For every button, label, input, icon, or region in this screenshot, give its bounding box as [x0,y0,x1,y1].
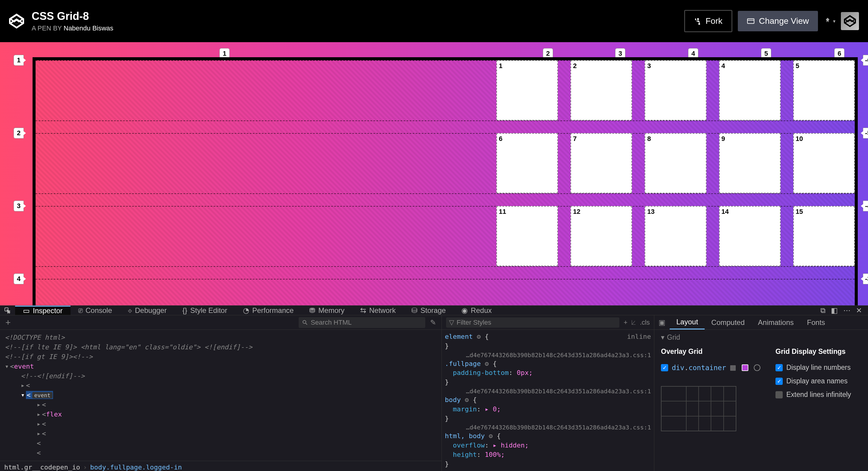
logo-area: CSS Grid-8 A PEN BY Nabendu Biswas [9,10,113,32]
codepen-avatar-icon [844,15,856,27]
color-swatch[interactable] [742,364,748,371]
grid-cell: 4 [719,60,781,121]
layout-tab-layout[interactable]: Layout [670,315,705,330]
tab-label: Inspector [33,307,63,315]
dock-side-icon[interactable]: ◧ [831,306,838,315]
grid-cell: 3 [645,60,706,121]
cell-number: 11 [499,208,506,215]
grid-cell: 10 [793,133,855,193]
styles-rules[interactable]: element ⚙ {inline}…d4e767443268b390b82b1… [442,330,654,471]
more-icon[interactable]: ⋯ [843,306,850,315]
tab-label: Network [369,306,396,315]
display-option[interactable]: Extend lines infinitely [775,391,851,399]
html-tree-line[interactable]: <!--[if gt IE 9]><!--> [5,352,437,362]
html-tree-line[interactable]: ▸< [5,419,437,429]
color-circle[interactable] [754,364,761,371]
devtools-panel: ▭Inspector⎚Console⟐Debugger{}Style Edito… [0,305,868,471]
chevron-down-icon: ▾ [833,19,835,24]
devtools-tab-style-editor[interactable]: {}Style Editor [175,306,235,315]
checkbox-icon: ✓ [775,364,783,371]
devtools-tab-memory[interactable]: ⛃Memory [301,306,352,315]
memory-icon: ⛃ [309,306,315,315]
breadcrumb-html[interactable]: html.gr__codepen_io [4,464,80,471]
breadcrumb-bar: html.gr__codepen_io › body.fullpage.logg… [0,461,441,471]
html-tree-line[interactable]: < [5,438,437,448]
grid-highlight-icon[interactable]: ▦ [730,364,736,372]
devtools-right-controls: ⧉ ◧ ⋯ ✕ [820,306,868,315]
tab-label: Performance [252,306,293,315]
devtools-tab-network[interactable]: ⇆Network [352,306,404,315]
html-tree-line[interactable]: ▸< [5,400,437,410]
breadcrumb-body[interactable]: body.fullpage.logged-in [90,464,182,471]
html-tree-line[interactable]: <!--<![endif]--> [5,371,437,381]
add-rule-button[interactable]: + [624,318,627,327]
devtools-tab-redux[interactable]: ◉Redux [454,306,499,315]
filter-styles-input[interactable]: ▽ Filter Styles [446,317,619,328]
element-picker-button[interactable] [0,306,15,315]
grid-row-marker-right: -3 [863,273,868,284]
tab-label: Console [86,306,112,315]
performance-icon: ◔ [243,306,249,315]
fork-button[interactable]: Fork [684,10,733,32]
html-tree-line[interactable]: ▾<event [5,390,437,400]
change-view-button[interactable]: Change View [738,11,818,31]
html-tree-line[interactable]: ▾<event [5,362,437,371]
cell-number: 8 [647,135,651,143]
layout-tab-animations[interactable]: Animations [751,315,801,330]
tab-label: Storage [421,306,446,315]
change-view-label: Change View [759,16,809,26]
devtools-tab-console[interactable]: ⎚Console [70,306,120,315]
tab-label: Style Editor [190,306,227,315]
close-icon[interactable]: ✕ [856,306,862,315]
pen-title: CSS Grid-8 [32,10,113,23]
pin-icon [824,17,832,25]
grid-row-marker-right: -4 [863,201,868,211]
grid-row-marker-left: 1 [13,55,24,66]
display-option[interactable]: ✓Display area names [775,377,851,385]
grid-cell: 15 [793,206,855,266]
checkbox-icon: ✓ [661,364,668,371]
layout-sidebar-toggle-icon[interactable]: ▣ [654,318,670,327]
devtools-tab-storage[interactable]: ⛁Storage [404,306,454,315]
grid-cell: 2 [570,60,632,121]
cell-number: 13 [647,208,654,215]
html-toolbar: + Search HTML ✎ [0,315,441,330]
devtools-body: + Search HTML ✎ <!DOCTYPE html><!--[if l… [0,315,868,471]
layout-tab-computed[interactable]: Computed [705,315,751,330]
html-tree[interactable]: <!DOCTYPE html><!--[if lte IE 9]> <html … [0,330,441,461]
cell-number: 14 [721,208,729,215]
pen-author: A PEN BY Nabendu Biswas [32,24,113,32]
grid-cells: 123456789101112131415 [496,60,855,305]
user-avatar[interactable] [841,12,859,30]
devtools-tab-performance[interactable]: ◔Performance [235,306,301,315]
tab-label: Debugger [135,306,167,315]
devtools-tab-debugger[interactable]: ⟐Debugger [120,306,175,315]
cls-button[interactable]: .cls [640,318,650,327]
layout-tab-fonts[interactable]: Fonts [801,315,832,330]
hov-button[interactable]: ⟀ [632,318,636,327]
html-search-input[interactable]: Search HTML [299,317,425,328]
html-tree-line[interactable]: ▸< [5,381,437,390]
display-settings-heading: Grid Display Settings [775,347,851,356]
checkbox-icon: ✓ [775,378,783,385]
add-element-button[interactable]: + [5,317,11,328]
overlay-grid-item[interactable]: ✓ div.container ▦ [661,364,761,372]
devtools-tab-inspector[interactable]: ▭Inspector [15,306,70,315]
html-tree-line[interactable]: ▸< [5,429,437,438]
pin-button[interactable]: ▾ [824,17,835,25]
html-tree-line[interactable]: ▸<flex [5,410,437,419]
eyedropper-icon[interactable]: ✎ [430,318,436,327]
html-tree-line[interactable]: <!DOCTYPE html> [5,333,437,342]
grid-cell: 5 [793,60,855,121]
codepen-logo-icon [9,13,24,29]
tab-label: Memory [318,306,344,315]
author-link[interactable]: Nabendu Biswas [64,24,113,32]
html-tree-line[interactable]: <!--[if lte IE 9]> <html lang="en" class… [5,342,437,352]
console-icon: ⎚ [79,306,83,315]
html-tree-line[interactable]: < [5,448,437,458]
grid-cell: 8 [645,133,706,193]
grid-cell: 1 [496,60,558,121]
display-option[interactable]: ✓Display line numbers [775,364,851,372]
responsive-mode-icon[interactable]: ⧉ [820,306,826,315]
grid-section-title: ▾Grid [661,333,861,341]
